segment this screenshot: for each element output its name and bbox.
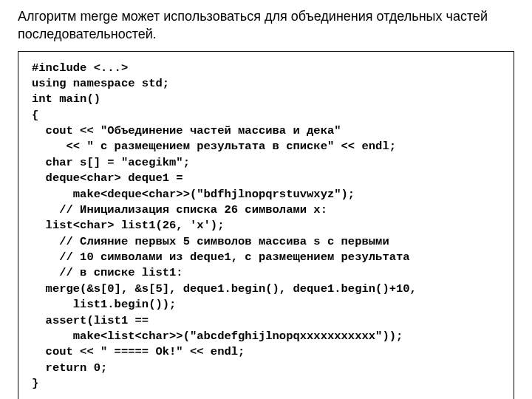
code-container: #include <...> using namespace std; int … — [18, 51, 514, 399]
intro-paragraph: Алгоритм merge может использоваться для … — [18, 7, 514, 44]
document-page: Алгоритм merge может использоваться для … — [0, 0, 532, 399]
code-listing: #include <...> using namespace std; int … — [32, 61, 500, 392]
